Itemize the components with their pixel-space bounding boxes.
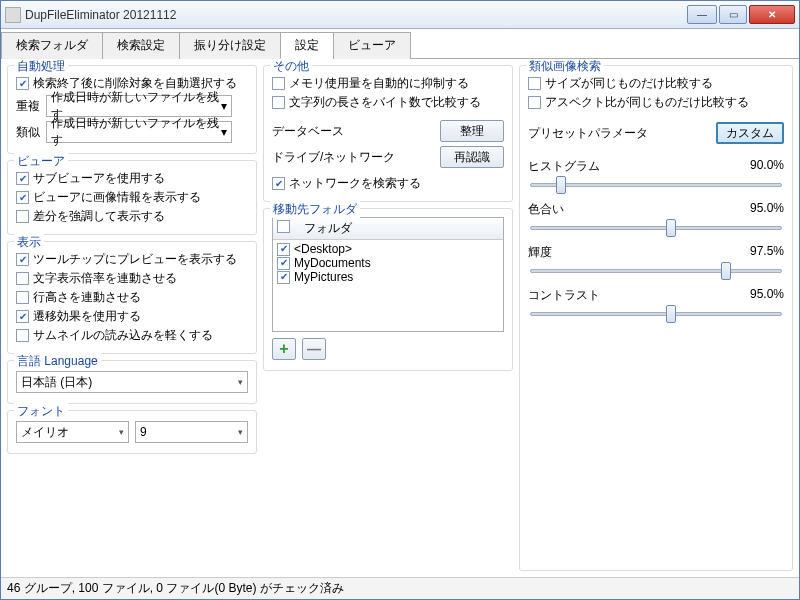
group-auto-title: 自動処理 xyxy=(14,59,68,75)
tab-viewer[interactable]: ビューア xyxy=(333,32,411,59)
net-rescan-button[interactable]: 再認識 xyxy=(440,146,504,168)
check-transition[interactable] xyxy=(16,310,29,323)
status-text: 46 グループ, 100 ファイル, 0 ファイル(0 Byte) がチェック済… xyxy=(7,580,344,597)
check-auto-select[interactable] xyxy=(16,77,29,90)
folder-check[interactable] xyxy=(277,257,290,270)
check-thumb-light[interactable] xyxy=(16,329,29,342)
check-same-aspect[interactable] xyxy=(528,96,541,109)
language-dropdown[interactable]: 日本語 (日本)▾ xyxy=(16,371,248,393)
folder-check[interactable] xyxy=(277,243,290,256)
check-diff-highlight[interactable] xyxy=(16,210,29,223)
slider-contrast[interactable] xyxy=(530,312,782,316)
tab-bar: 検索フォルダ 検索設定 振り分け設定 設定 ビューア xyxy=(1,29,799,59)
check-imageinfo[interactable] xyxy=(16,191,29,204)
slider-brightness-label: 輝度 xyxy=(528,244,552,261)
check-bytelen[interactable] xyxy=(272,96,285,109)
check-memory[interactable] xyxy=(272,77,285,90)
slider-histogram-label: ヒストグラム xyxy=(528,158,600,175)
group-display: 表示 ツールチップにプレビューを表示する 文字表示倍率を連動させる 行高さを連動… xyxy=(7,241,257,354)
sim-label: 類似 xyxy=(16,124,40,141)
slider-brightness-value: 97.5% xyxy=(750,244,784,261)
group-similar-title: 類似画像検索 xyxy=(526,59,604,75)
sim-dropdown[interactable]: 作成日時が新しいファイルを残す▾ xyxy=(46,121,232,143)
group-font-title: フォント xyxy=(14,403,68,420)
folder-header-check[interactable] xyxy=(277,220,290,233)
check-text-scale[interactable] xyxy=(16,272,29,285)
preset-label: プリセットパラメータ xyxy=(528,125,648,142)
remove-folder-button[interactable]: — xyxy=(302,338,326,360)
group-language-title: 言語 Language xyxy=(14,353,101,370)
status-bar: 46 グループ, 100 ファイル, 0 ファイル(0 Byte) がチェック済… xyxy=(1,577,799,599)
tab-search-settings[interactable]: 検索設定 xyxy=(102,32,180,59)
folder-list-header: フォルダ xyxy=(273,218,503,240)
maximize-button[interactable]: ▭ xyxy=(719,5,747,24)
tab-search-folder[interactable]: 検索フォルダ xyxy=(1,32,103,59)
slider-hue-value: 95.0% xyxy=(750,201,784,218)
slider-hue[interactable] xyxy=(530,226,782,230)
net-label: ドライブ/ネットワーク xyxy=(272,149,395,166)
group-viewer-title: ビューア xyxy=(14,153,68,170)
group-similar: 類似画像検索 サイズが同じものだけ比較する アスペクト比が同じものだけ比較する … xyxy=(519,65,793,571)
check-row-height[interactable] xyxy=(16,291,29,304)
folder-row[interactable]: MyDocuments xyxy=(277,256,499,270)
dup-label: 重複 xyxy=(16,98,40,115)
minus-icon: — xyxy=(307,341,321,357)
group-display-title: 表示 xyxy=(14,234,44,251)
group-viewer: ビューア サブビューアを使用する ビューアに画像情報を表示する 差分を強調して表… xyxy=(7,160,257,235)
preset-custom-button[interactable]: カスタム xyxy=(716,122,784,144)
slider-brightness[interactable] xyxy=(530,269,782,273)
tab-settings[interactable]: 設定 xyxy=(280,32,334,59)
group-font: フォント メイリオ▾ 9▾ xyxy=(7,410,257,454)
font-size-dropdown[interactable]: 9▾ xyxy=(135,421,248,443)
slider-contrast-value: 95.0% xyxy=(750,287,784,304)
db-label: データベース xyxy=(272,123,344,140)
window-title: DupFileEliminator 20121112 xyxy=(25,8,687,22)
titlebar: DupFileEliminator 20121112 — ▭ ✕ xyxy=(1,1,799,29)
folder-check[interactable] xyxy=(277,271,290,284)
plus-icon: + xyxy=(279,340,288,358)
tab-sort-settings[interactable]: 振り分け設定 xyxy=(179,32,281,59)
add-folder-button[interactable]: + xyxy=(272,338,296,360)
slider-hue-label: 色合い xyxy=(528,201,564,218)
slider-histogram[interactable] xyxy=(530,183,782,187)
group-other: その他 メモリ使用量を自動的に抑制する 文字列の長さをバイト数で比較する データ… xyxy=(263,65,513,202)
slider-histogram-value: 90.0% xyxy=(750,158,784,175)
close-button[interactable]: ✕ xyxy=(749,5,795,24)
check-same-size[interactable] xyxy=(528,77,541,90)
dup-dropdown[interactable]: 作成日時が新しいファイルを残す▾ xyxy=(46,95,232,117)
content-area: 自動処理 検索終了後に削除対象を自動選択する 重複 作成日時が新しいファイルを残… xyxy=(1,59,799,577)
group-auto: 自動処理 検索終了後に削除対象を自動選択する 重複 作成日時が新しいファイルを残… xyxy=(7,65,257,154)
group-other-title: その他 xyxy=(270,59,312,75)
app-icon xyxy=(5,7,21,23)
folder-row[interactable]: <Desktop> xyxy=(277,242,499,256)
check-subviewer[interactable] xyxy=(16,172,29,185)
folder-row[interactable]: MyPictures xyxy=(277,270,499,284)
group-movedest-title: 移動先フォルダ xyxy=(270,201,360,218)
folder-list: フォルダ <Desktop> MyDocuments MyPictures xyxy=(272,217,504,332)
check-tooltip-preview[interactable] xyxy=(16,253,29,266)
slider-contrast-label: コントラスト xyxy=(528,287,600,304)
folder-col-label: フォルダ xyxy=(304,220,352,237)
group-movedest: 移動先フォルダ フォルダ <Desktop> MyDocuments MyPic… xyxy=(263,208,513,371)
app-window: DupFileEliminator 20121112 — ▭ ✕ 検索フォルダ … xyxy=(0,0,800,600)
group-language: 言語 Language 日本語 (日本)▾ xyxy=(7,360,257,404)
minimize-button[interactable]: — xyxy=(687,5,717,24)
font-name-dropdown[interactable]: メイリオ▾ xyxy=(16,421,129,443)
check-search-network[interactable] xyxy=(272,177,285,190)
db-organize-button[interactable]: 整理 xyxy=(440,120,504,142)
